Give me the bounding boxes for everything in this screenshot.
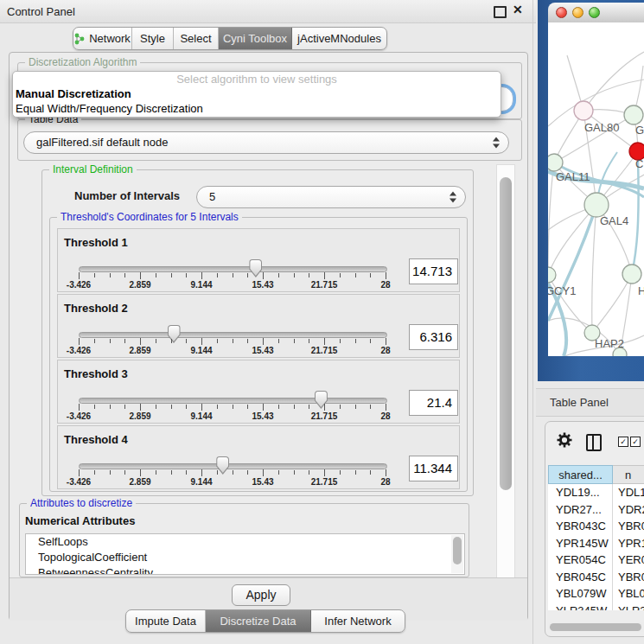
cell-name[interactable]: YDR2 bbox=[613, 501, 644, 519]
cell-name[interactable]: YPR1 bbox=[613, 535, 644, 552]
attribute-list-item[interactable]: SelfLoops bbox=[26, 534, 464, 550]
slider-track[interactable] bbox=[79, 332, 387, 338]
cell-shared-name[interactable]: YDR27... bbox=[548, 501, 613, 519]
column-header-name[interactable]: n bbox=[613, 465, 644, 484]
popup-item-equal-width-frequency[interactable]: Equal Width/Frequency Discretization bbox=[13, 101, 501, 116]
attribute-list-item[interactable]: TopologicalCoefficient bbox=[26, 550, 464, 565]
checkbox-icon[interactable]: ✓ bbox=[630, 437, 641, 447]
close-icon[interactable]: ✕ bbox=[513, 3, 523, 16]
slider-tick bbox=[370, 405, 371, 409]
tab-select[interactable]: Select bbox=[174, 28, 219, 49]
column-header-shared-name[interactable]: shared... bbox=[548, 465, 613, 484]
slider-thumb[interactable] bbox=[216, 456, 229, 475]
tab-label: Style bbox=[140, 32, 165, 45]
slider-tick-label: 21.715 bbox=[304, 477, 344, 487]
tab-infer-network[interactable]: Infer Network bbox=[311, 610, 405, 632]
popup-item-manual-discretization[interactable]: Manual Discretization bbox=[13, 86, 501, 101]
panel-divider[interactable] bbox=[532, 0, 533, 644]
cell-shared-name[interactable]: YBL079W bbox=[548, 585, 613, 603]
cell-shared-name[interactable]: YBR043C bbox=[548, 518, 613, 535]
table-row[interactable]: YBR045CYBR0 bbox=[548, 569, 644, 586]
slider-tick bbox=[94, 273, 95, 277]
threshold-value-field[interactable]: 21.4 bbox=[409, 390, 458, 416]
table-row[interactable]: YBR043CYBR0 bbox=[548, 518, 644, 535]
tab-impute-data[interactable]: Impute Data bbox=[126, 610, 206, 632]
slider-tick-label: -3.426 bbox=[59, 411, 99, 421]
network-window-titlebar[interactable] bbox=[548, 3, 644, 23]
network-node-label: HAP2 bbox=[595, 337, 624, 350]
number-of-intervals-combobox[interactable]: 5 bbox=[196, 186, 466, 208]
table-row[interactable]: YPR145WYPR1 bbox=[548, 535, 644, 552]
cell-name[interactable]: YBR0 bbox=[613, 518, 644, 535]
network-node[interactable] bbox=[622, 265, 641, 284]
cell-name[interactable]: YBR0 bbox=[613, 569, 644, 586]
slider-tick-label: 9.144 bbox=[182, 346, 221, 355]
threshold-label: Threshold 1 bbox=[64, 236, 128, 249]
cell-name[interactable]: YLR3 bbox=[613, 603, 644, 611]
cell-shared-name[interactable]: YER054C bbox=[548, 552, 613, 569]
slider-thumb[interactable] bbox=[168, 325, 181, 343]
float-window-icon[interactable] bbox=[494, 6, 507, 18]
slider-tick bbox=[186, 470, 187, 475]
table-row[interactable]: YER054CYER0 bbox=[548, 552, 644, 569]
network-canvas[interactable]: GAL80GCGAL11GAL4GCY1HHAP2 bbox=[548, 22, 644, 356]
attribute-list-item[interactable]: BetweennessCentrality bbox=[26, 565, 464, 575]
tab-network[interactable]: Network bbox=[73, 28, 132, 49]
slider-tick bbox=[278, 339, 279, 343]
numerical-attributes-list[interactable]: SelfLoopsTopologicalCoefficientBetweenne… bbox=[25, 533, 465, 575]
window-minimize-button[interactable] bbox=[572, 7, 583, 18]
network-node[interactable] bbox=[624, 105, 643, 124]
slider-tick bbox=[278, 470, 279, 475]
window-close-button[interactable] bbox=[556, 7, 567, 18]
table-row[interactable]: YDR27...YDR2 bbox=[548, 501, 644, 519]
list-scrollbar-thumb[interactable] bbox=[451, 535, 463, 573]
table-row[interactable]: YDL19...YDL1 bbox=[548, 484, 644, 501]
cell-shared-name[interactable]: YDL19... bbox=[548, 484, 613, 501]
slider-tick-label: 28 bbox=[366, 477, 405, 487]
table-header-row: shared... n bbox=[548, 465, 644, 484]
checkbox-icon[interactable]: ✓ bbox=[618, 437, 628, 447]
threshold-value-field[interactable]: 6.316 bbox=[409, 324, 458, 350]
split-columns-icon[interactable] bbox=[586, 434, 602, 451]
apply-button[interactable]: Apply bbox=[232, 584, 290, 606]
tab-style[interactable]: Style bbox=[132, 28, 174, 49]
slider-thumb[interactable] bbox=[249, 259, 262, 277]
popup-placeholder-item[interactable]: Select algorithm to view settings bbox=[13, 72, 501, 86]
network-node[interactable] bbox=[584, 193, 609, 217]
attributes-group: Attributes to discretize Numerical Attri… bbox=[19, 503, 469, 577]
network-node[interactable] bbox=[548, 154, 563, 171]
network-node[interactable] bbox=[574, 101, 593, 120]
cell-shared-name[interactable]: YBR045C bbox=[548, 569, 613, 586]
slider-track[interactable] bbox=[79, 266, 387, 272]
cell-shared-name[interactable]: YPR145W bbox=[548, 535, 613, 552]
tab-cyni-toolbox[interactable]: Cyni Toolbox bbox=[219, 28, 292, 49]
slider-tick bbox=[94, 339, 95, 343]
slider-tick-label: 21.715 bbox=[304, 280, 344, 290]
threshold-label: Threshold 2 bbox=[64, 302, 128, 315]
network-node[interactable] bbox=[548, 267, 556, 283]
cell-shared-name[interactable]: YLR345W bbox=[548, 603, 613, 611]
window-zoom-button[interactable] bbox=[589, 7, 600, 18]
content-scrollbar-thumb[interactable] bbox=[500, 177, 512, 490]
gear-icon[interactable] bbox=[557, 432, 572, 448]
network-node-label: G bbox=[635, 124, 644, 137]
cell-name[interactable]: YBL0 bbox=[613, 585, 644, 603]
cell-name[interactable]: YDL1 bbox=[613, 484, 644, 501]
table-data-combobox[interactable]: galFiltered.sif default node bbox=[23, 131, 509, 154]
tab-discretize-data[interactable]: Discretize Data bbox=[206, 610, 311, 632]
group-title: Discretization Algorithm bbox=[25, 56, 140, 68]
slider-track[interactable] bbox=[79, 463, 387, 469]
table-row[interactable]: YBL079WYBL0 bbox=[548, 585, 644, 603]
table-hscrollbar[interactable] bbox=[548, 622, 644, 632]
slider-tick bbox=[340, 339, 341, 343]
threshold-value-field[interactable]: 11.344 bbox=[409, 456, 458, 481]
threshold-value-field[interactable]: 14.713 bbox=[409, 258, 458, 284]
slider-thumb[interactable] bbox=[315, 391, 328, 409]
table-body: YDL19...YDL1YDR27...YDR2YBR043CYBR0YPR14… bbox=[548, 484, 644, 610]
slider-tick bbox=[294, 470, 295, 475]
slider-tick bbox=[386, 272, 386, 279]
cell-name[interactable]: YER0 bbox=[613, 552, 644, 569]
tab-jactivemnodules[interactable]: jActiveMNodules bbox=[292, 28, 386, 49]
slider-track[interactable] bbox=[79, 398, 387, 404]
table-row[interactable]: YLR345WYLR3 bbox=[548, 603, 644, 611]
